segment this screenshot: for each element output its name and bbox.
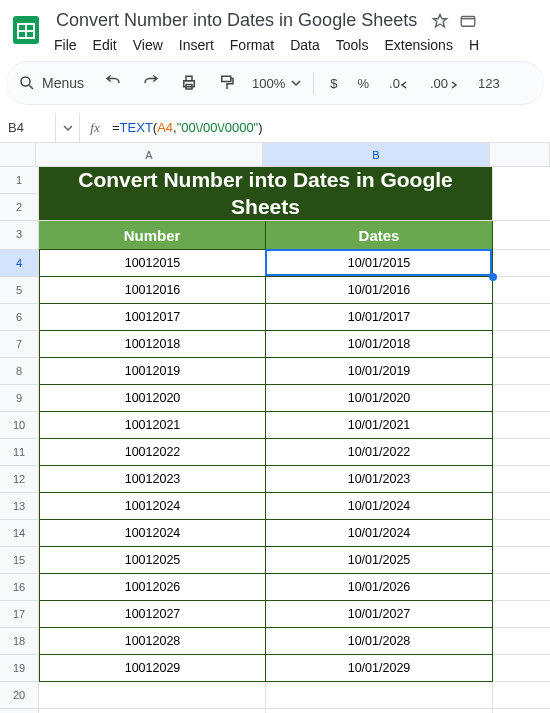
cell-empty[interactable] — [493, 709, 550, 713]
star-icon[interactable] — [431, 12, 449, 30]
row-header-6[interactable]: 6 — [0, 304, 39, 331]
name-box[interactable]: B4 — [0, 113, 56, 142]
cell-number[interactable]: 10012019 — [39, 358, 266, 385]
cell-empty[interactable] — [493, 304, 550, 331]
cell-number[interactable]: 10012020 — [39, 385, 266, 412]
row-header-13[interactable]: 13 — [0, 493, 39, 520]
cell-date[interactable]: 10/01/2018 — [266, 331, 493, 358]
print-button[interactable] — [176, 70, 202, 96]
row-header-2[interactable]: 2 — [0, 194, 39, 221]
menu-file[interactable]: File — [54, 37, 77, 53]
row-header-9[interactable]: 9 — [0, 385, 39, 412]
zoom-select[interactable]: 100% — [252, 76, 301, 91]
cell-number[interactable]: 10012021 — [39, 412, 266, 439]
cell-empty[interactable] — [493, 574, 550, 601]
paint-format-button[interactable] — [214, 70, 240, 96]
more-formats[interactable]: 123 — [474, 76, 504, 91]
cell-empty[interactable] — [493, 221, 550, 250]
row-header-5[interactable]: 5 — [0, 277, 39, 304]
menu-h[interactable]: H — [469, 37, 479, 53]
cell-date[interactable]: 10/01/2027 — [266, 601, 493, 628]
row-header-20[interactable]: 20 — [0, 682, 39, 709]
cell-number[interactable]: 10012027 — [39, 601, 266, 628]
cell-empty[interactable] — [493, 439, 550, 466]
increase-decimal[interactable]: .00 — [426, 76, 462, 91]
cell-empty[interactable] — [493, 385, 550, 412]
cell-date[interactable]: 10/01/2024 — [266, 493, 493, 520]
cell-date[interactable]: 10/01/2019 — [266, 358, 493, 385]
menu-edit[interactable]: Edit — [93, 37, 117, 53]
cell-date[interactable]: 10/01/2024 — [266, 520, 493, 547]
select-all-corner[interactable] — [0, 143, 36, 167]
banner-cell[interactable]: Convert Number into Dates in Google Shee… — [39, 167, 493, 221]
row-header-17[interactable]: 17 — [0, 601, 39, 628]
row-header-12[interactable]: 12 — [0, 466, 39, 493]
cell-empty[interactable] — [266, 682, 493, 709]
cell-number[interactable]: 10012025 — [39, 547, 266, 574]
cell-number[interactable]: 10012015 — [39, 250, 266, 277]
row-header-8[interactable]: 8 — [0, 358, 39, 385]
row-header-18[interactable]: 18 — [0, 628, 39, 655]
cell-number[interactable]: 10012024 — [39, 493, 266, 520]
row-header-14[interactable]: 14 — [0, 520, 39, 547]
col-header-B[interactable]: B — [263, 143, 490, 167]
redo-button[interactable] — [138, 70, 164, 96]
format-currency[interactable]: $ — [326, 76, 341, 91]
cell-empty[interactable] — [493, 358, 550, 385]
cell-empty[interactable] — [493, 601, 550, 628]
cell-number[interactable]: 10012028 — [39, 628, 266, 655]
row-header-3[interactable]: 3 — [0, 221, 39, 250]
row-header-1[interactable]: 1 — [0, 167, 39, 194]
cell-empty[interactable] — [493, 331, 550, 358]
format-percent[interactable]: % — [354, 76, 374, 91]
cell-empty[interactable] — [493, 493, 550, 520]
cell-date[interactable]: 10/01/2020 — [266, 385, 493, 412]
formula-input[interactable]: =TEXT(A4,"00\/00\/0000") — [110, 120, 550, 135]
cell-empty[interactable] — [493, 466, 550, 493]
decrease-decimal[interactable]: .0 — [385, 76, 414, 91]
cell-date[interactable]: 10/01/2021 — [266, 412, 493, 439]
cell-empty[interactable] — [266, 709, 493, 713]
doc-title[interactable]: Convert Number into Dates in Google Shee… — [52, 8, 421, 33]
header-number[interactable]: Number — [39, 221, 266, 250]
col-header-A[interactable]: A — [36, 143, 263, 167]
row-header-19[interactable]: 19 — [0, 655, 39, 682]
menu-insert[interactable]: Insert — [179, 37, 214, 53]
cell-number[interactable]: 10012026 — [39, 574, 266, 601]
menu-extensions[interactable]: Extensions — [384, 37, 452, 53]
row-header-16[interactable]: 16 — [0, 574, 39, 601]
cell-empty[interactable] — [39, 682, 266, 709]
cell-date[interactable]: 10/01/2016 — [266, 277, 493, 304]
cell-number[interactable]: 10012023 — [39, 466, 266, 493]
cell-empty[interactable] — [493, 682, 550, 709]
cell-empty[interactable] — [39, 709, 266, 713]
header-dates[interactable]: Dates — [266, 221, 493, 250]
cell-empty[interactable] — [493, 520, 550, 547]
undo-button[interactable] — [100, 70, 126, 96]
cell-date[interactable]: 10/01/2017 — [266, 304, 493, 331]
row-header-4[interactable]: 4 — [0, 250, 39, 277]
row-header-21[interactable]: 21 — [0, 709, 39, 713]
cell-empty[interactable] — [493, 628, 550, 655]
cell-empty[interactable] — [493, 412, 550, 439]
move-to-drive-icon[interactable] — [459, 12, 477, 30]
menu-data[interactable]: Data — [290, 37, 320, 53]
cell-date[interactable]: 10/01/2028 — [266, 628, 493, 655]
cell-empty[interactable] — [493, 250, 550, 277]
menu-tools[interactable]: Tools — [336, 37, 369, 53]
cell-empty[interactable] — [493, 277, 550, 304]
cell-date[interactable]: 10/01/2026 — [266, 574, 493, 601]
cell-date[interactable]: 10/01/2029 — [266, 655, 493, 682]
cell-number[interactable]: 10012016 — [39, 277, 266, 304]
cell-number[interactable]: 10012018 — [39, 331, 266, 358]
row-header-11[interactable]: 11 — [0, 439, 39, 466]
cell-date[interactable]: 10/01/2022 — [266, 439, 493, 466]
menu-view[interactable]: View — [133, 37, 163, 53]
col-header-c[interactable] — [490, 143, 550, 167]
search-menus[interactable]: Menus — [16, 74, 88, 92]
cell-empty[interactable] — [493, 167, 550, 221]
cell-number[interactable]: 10012024 — [39, 520, 266, 547]
cell-date[interactable]: 10/01/2023 — [266, 466, 493, 493]
cell-date[interactable]: 10/01/2025 — [266, 547, 493, 574]
row-header-15[interactable]: 15 — [0, 547, 39, 574]
